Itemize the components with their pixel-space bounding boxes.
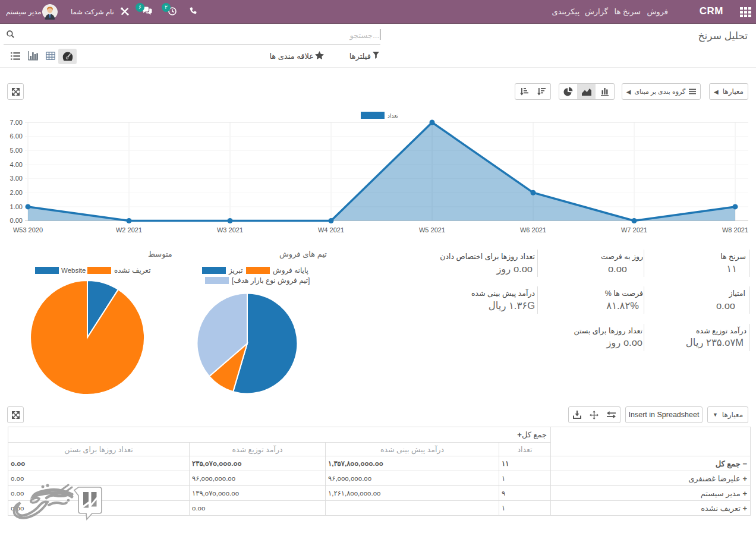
svg-text:W6 2021: W6 2021: [520, 226, 546, 234]
svg-text:W5 2021: W5 2021: [419, 226, 445, 234]
svg-text:W7 2021: W7 2021: [621, 226, 647, 234]
svg-text:4.00: 4.00: [10, 161, 23, 168]
svg-text:تعداد: تعداد: [388, 113, 399, 119]
svg-text:5.00: 5.00: [10, 147, 23, 154]
svg-text:7.00: 7.00: [10, 119, 23, 126]
svg-text:W2 2021: W2 2021: [116, 226, 142, 234]
svg-text:6.00: 6.00: [10, 133, 23, 140]
svg-text:W8 2021: W8 2021: [722, 226, 748, 234]
svg-text:W3 2021: W3 2021: [217, 226, 243, 234]
svg-text:2.00: 2.00: [10, 189, 23, 196]
svg-text:3.00: 3.00: [10, 175, 23, 182]
svg-text:0.00: 0.00: [10, 217, 23, 224]
svg-text:W53 2020: W53 2020: [13, 226, 43, 234]
svg-text:W4 2021: W4 2021: [318, 226, 344, 234]
svg-text:1.00: 1.00: [10, 203, 23, 210]
